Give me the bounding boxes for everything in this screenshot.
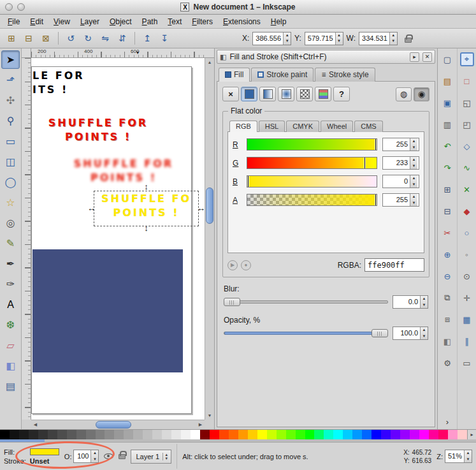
paste-button[interactable]: ⊟: [440, 204, 454, 218]
snap-path-button[interactable]: ∿: [460, 161, 474, 175]
slider-mark-icon[interactable]: [375, 195, 376, 205]
blur-slider-thumb[interactable]: [224, 298, 240, 306]
palette-swatch[interactable]: [277, 430, 286, 439]
palette-swatch[interactable]: [219, 430, 229, 439]
blur-field[interactable]: 0.0: [393, 295, 428, 309]
palette-swatch[interactable]: [448, 430, 458, 439]
save-button[interactable]: ▣: [440, 96, 454, 110]
palette-swatch[interactable]: [10, 430, 19, 439]
palette-swatch[interactable]: [38, 430, 48, 439]
blur-slider-track[interactable]: [224, 300, 388, 304]
duplicate-button[interactable]: ⧉: [440, 291, 454, 305]
palette-swatch[interactable]: [400, 430, 410, 439]
zoom-out-button[interactable]: ⊖: [440, 269, 454, 283]
menu-extensions[interactable]: Extensions: [218, 16, 266, 27]
tab-fill[interactable]: Fill: [219, 68, 250, 82]
scale-handle-e-icon[interactable]: [197, 204, 205, 212]
paint-none-button[interactable]: ×: [222, 87, 239, 101]
palette-swatch[interactable]: [48, 430, 57, 439]
window-close-button[interactable]: [5, 3, 13, 11]
blue-spin-buttons[interactable]: [410, 175, 417, 187]
scroll-left-icon[interactable]: [31, 420, 40, 429]
fill-stroke-dialog-button[interactable]: ◧: [440, 334, 454, 348]
blur-spin-buttons[interactable]: [420, 296, 428, 308]
rgba-input[interactable]: ffe900ff: [364, 258, 424, 272]
slider-mark-icon[interactable]: [248, 176, 249, 187]
zoom-spin-buttons[interactable]: [464, 450, 472, 462]
palette-swatch[interactable]: [362, 430, 371, 439]
red-spin-buttons[interactable]: [410, 138, 417, 151]
dialog-close-button[interactable]: [422, 52, 432, 62]
spray-tool[interactable]: ❆: [1, 316, 20, 334]
palette-swatch[interactable]: [410, 430, 419, 439]
canvas-text-blurred[interactable]: SHUFFLE FORPOINTS !: [54, 157, 194, 185]
selector-tool[interactable]: ➤: [1, 50, 20, 69]
star-tool[interactable]: ☆: [1, 193, 20, 212]
ellipse-tool[interactable]: ◯: [1, 173, 20, 191]
palette-scrollbar-thumb[interactable]: [0, 439, 45, 442]
palette-swatch[interactable]: [333, 430, 343, 439]
canvas-text-black[interactable]: LE FORITS !: [32, 69, 85, 97]
palette-swatch[interactable]: [171, 430, 181, 439]
paint-radial-gradient-button[interactable]: [278, 87, 294, 101]
bucket-tool[interactable]: ◧: [1, 356, 20, 375]
palette-swatch[interactable]: [133, 430, 143, 439]
menu-object[interactable]: Object: [105, 16, 137, 27]
horizontal-scrollbar[interactable]: [31, 420, 205, 429]
palette-more-button[interactable]: [467, 430, 476, 439]
green-channel-slider[interactable]: [247, 157, 377, 169]
menu-text[interactable]: Text: [162, 16, 187, 27]
window-minimize-button[interactable]: [17, 3, 25, 11]
fill-indicator[interactable]: [30, 448, 59, 455]
palette-swatch[interactable]: [429, 430, 438, 439]
print-button[interactable]: ▥: [440, 117, 454, 131]
menu-filters[interactable]: Filters: [187, 16, 218, 27]
palette-swatch[interactable]: [200, 430, 210, 439]
palette-swatch[interactable]: [152, 430, 162, 439]
eraser-tool[interactable]: ▱: [1, 336, 20, 355]
palette-swatch[interactable]: [371, 430, 381, 439]
undo-button[interactable]: ↶: [440, 139, 454, 153]
box3d-tool[interactable]: ◫: [1, 152, 20, 171]
paint-flat-color-button[interactable]: [241, 87, 257, 101]
flip-vertical-button[interactable]: ⇵: [115, 31, 130, 46]
palette-swatch[interactable]: [0, 430, 10, 439]
palette-swatch[interactable]: [391, 430, 400, 439]
horizontal-scrollbar-thumb[interactable]: [96, 421, 131, 429]
alpha-channel-field[interactable]: 255: [382, 193, 419, 207]
toolbar-overflow-button[interactable]: ›: [446, 417, 449, 427]
pencil-tool[interactable]: ✎: [1, 234, 20, 253]
snap-master-button[interactable]: ⌖: [460, 52, 474, 66]
palette-swatch[interactable]: [267, 430, 277, 439]
tab-wheel[interactable]: Wheel: [321, 121, 353, 132]
alpha-spin-buttons[interactable]: [410, 194, 417, 206]
width-spin-buttons[interactable]: [389, 33, 397, 45]
lower-button[interactable]: ↧: [157, 31, 172, 46]
rectangle-tool[interactable]: ▭: [1, 132, 20, 151]
snap-bbox-button[interactable]: □: [460, 74, 474, 88]
raise-button[interactable]: ↥: [140, 31, 155, 46]
color-picker-prev-button[interactable]: [227, 260, 238, 270]
menu-edit[interactable]: Edit: [25, 16, 48, 27]
snap-page-button[interactable]: ▭: [460, 356, 474, 370]
red-channel-slider[interactable]: [247, 138, 377, 151]
slider-mark-icon[interactable]: [375, 139, 376, 150]
snap-midpoint-button[interactable]: ◦: [460, 247, 474, 261]
palette-swatch[interactable]: [67, 430, 76, 439]
scroll-right-icon[interactable]: [196, 420, 205, 429]
palette-swatch[interactable]: [86, 430, 96, 439]
opacity-field[interactable]: 100.0: [393, 327, 428, 340]
dialog-header[interactable]: Fill and Stroke (Shift+Ctrl+F): [217, 50, 435, 64]
opacity-slider[interactable]: [224, 328, 388, 339]
scroll-down-icon[interactable]: [205, 411, 214, 420]
green-spin-buttons[interactable]: [410, 157, 417, 169]
tab-stroke-paint[interactable]: Stroke paint: [251, 68, 314, 82]
dialog-float-button[interactable]: [410, 52, 419, 62]
canvas-rectangle-navy[interactable]: [32, 249, 183, 372]
palette-swatch[interactable]: [257, 430, 267, 439]
paint-swatch-button[interactable]: [315, 87, 331, 101]
paint-linear-gradient-button[interactable]: [259, 87, 276, 101]
palette-swatch[interactable]: [181, 430, 191, 439]
canvas-text-red[interactable]: SHUFFLE FORPOINTS !: [31, 116, 165, 144]
canvas-viewport[interactable]: LE FORITS ! SHUFFLE FORPOINTS ! SHUFFLE …: [31, 58, 205, 420]
